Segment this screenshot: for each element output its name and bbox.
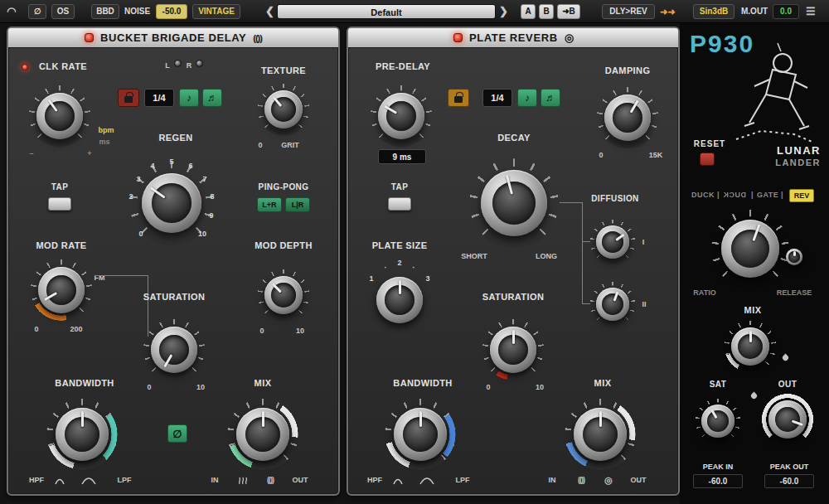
ab-b-button[interactable]: B [539,4,554,19]
predelay-sync-lock-button[interactable] [448,89,469,107]
delay-phase-button[interactable]: ∅ [167,424,187,443]
mode-rev-button[interactable]: REV [789,189,814,202]
right-channel-label: R [187,61,192,70]
mode-duck-reverse[interactable]: DUCK [723,191,746,199]
reverb-saturation-label: SATURATION [482,292,544,302]
ab-copy-button[interactable]: ➜B [557,4,580,19]
split-label: L|R [292,201,304,209]
diffusion2-knob-group [589,281,636,327]
phase-glyph: ∅ [172,428,182,440]
tap-tempo-button[interactable] [48,197,71,211]
mout-value[interactable]: 0.0 [773,4,799,19]
bbd-button[interactable]: BBD [91,4,119,19]
ratio-knob[interactable] [721,220,779,278]
reverb-tap-button[interactable] [388,197,411,211]
phase-button[interactable]: ∅ [28,4,46,19]
note-button[interactable]: ♪ [179,89,199,107]
diffusion1-knob-group [589,219,636,265]
texture-knob[interactable] [264,90,303,128]
ping-pong-sum-button[interactable]: L+R [257,197,282,212]
reverb-saturation-knob[interactable] [490,327,536,373]
triplet-note-button[interactable]: ♬ [202,89,222,107]
delay-mix-knob[interactable] [236,408,289,461]
regen-tick: 8 [210,192,214,201]
bpm-mode-label[interactable]: bpm [99,126,114,134]
saturation-steam-icon [237,474,249,485]
reverb-bandwidth-knob[interactable] [394,408,447,461]
reverb-mix-knob[interactable] [574,408,627,461]
diffusion2-knob[interactable] [596,288,629,321]
damping-knob[interactable] [604,94,651,141]
mod-depth-label: MOD DEPTH [255,240,313,250]
clk-sync-display[interactable]: 1/4 [144,89,174,107]
note-icon: ♪ [187,92,191,104]
ping-pong-split-button[interactable]: L|R [285,197,310,212]
routing-arrows-icon[interactable]: ➜➜ [660,3,675,20]
pre-delay-time-value: 9 ms [393,153,412,162]
rev-label: REV [794,191,810,200]
regen-tick: 10 [198,230,206,238]
reverb-power-led[interactable] [453,33,463,42]
diffusion1-knob[interactable] [596,225,629,259]
mode-duck[interactable]: DUCK [691,191,715,199]
sat-knob[interactable] [701,405,734,438]
out-knob[interactable] [768,400,807,439]
regen-knob[interactable] [142,173,201,233]
hpf-curve-icon [393,474,408,485]
pre-delay-knob[interactable] [378,93,424,139]
mod-depth-knob[interactable] [264,276,303,314]
l-trim-knob[interactable] [174,60,182,67]
panlaw-button[interactable]: Sin3dB [693,4,734,19]
damping-knob-group [596,86,659,149]
reverb-tap-label: TAP [391,182,408,191]
predelay-sync-display[interactable]: 1/4 [482,89,512,107]
note-button[interactable]: ♪ [517,89,537,107]
noise-value[interactable]: -50.0 [156,4,187,19]
vintage-button[interactable]: VINTAGE [192,4,240,19]
mout-label: M.OUT [741,7,768,16]
decay-knob-group [468,158,560,249]
release-trim-knob[interactable] [786,249,802,265]
mode-gate[interactable]: GATE [757,191,778,199]
oversample-button[interactable]: OS [51,4,75,19]
mix-in-label: IN [211,476,219,484]
delay-saturation-knob[interactable] [151,327,197,373]
sidebar-mix-knob-group [724,320,777,373]
delay-bandwidth-knob[interactable] [56,408,109,461]
reset-button[interactable] [700,153,715,166]
routing-button[interactable]: DLY>REV [602,4,655,19]
preset-prev-icon[interactable]: ❮ [265,3,274,20]
preset-selector[interactable]: Default [277,4,496,19]
sat-label: SAT [710,380,726,389]
ab-a-button[interactable]: A [521,4,536,19]
left-channel-label: L [165,61,170,70]
mod-rate-knob-group [30,259,93,322]
sidebar-mix-label: MIX [744,305,762,315]
hpf-label: HPF [29,476,44,484]
ms-mode-label[interactable]: ms [99,138,109,146]
reverb-saturation-min-label: 0 [486,383,490,391]
mix-out-label: OUT [293,476,308,484]
decay-knob[interactable] [481,170,547,236]
plate-size-knob[interactable] [376,277,423,323]
triplet-note-button[interactable]: ♬ [541,89,560,107]
menu-icon[interactable]: ☰ [806,3,816,20]
delay-saturation-max-label: 10 [196,383,205,391]
r-trim-knob[interactable] [196,60,203,67]
reverb-saturation-knob-group [482,318,545,381]
gauge-icon[interactable]: ◠ [7,3,16,20]
peak-in-value: -60.0 [709,477,728,486]
sidebar-mix-knob[interactable] [731,327,769,366]
diffusion1-label: I [642,238,645,246]
delay-bandwidth-label: BANDWIDTH [55,378,114,388]
delay-mix-label: MIX [255,378,272,388]
mod-rate-knob[interactable] [38,267,85,313]
delay-power-led[interactable] [85,33,94,42]
pre-delay-time-display[interactable]: 9 ms [378,149,426,164]
mode-separator: | [781,191,783,199]
clk-sync-lock-button[interactable] [118,89,139,107]
preset-next-icon[interactable]: ❯ [499,3,508,20]
reverb-panel-header: PLATE REVERB ◎ [348,28,678,48]
out-label: OUT [778,380,797,389]
clk-rate-knob[interactable] [36,93,83,139]
